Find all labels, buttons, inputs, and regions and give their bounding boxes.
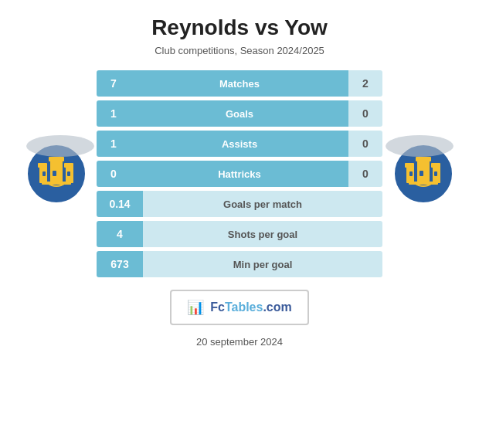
svg-rect-15 bbox=[405, 163, 414, 168]
stat-label-matches: Matches bbox=[131, 70, 348, 97]
stat-left-shots-per-goal: 4 bbox=[97, 221, 143, 247]
stat-right-goals: 0 bbox=[348, 100, 382, 127]
fctables-text: FcTables.com bbox=[210, 300, 292, 314]
svg-rect-5 bbox=[49, 157, 64, 161]
subtitle: Club competitions, Season 2024/2025 bbox=[155, 45, 324, 56]
stats-table: 7 Matches 2 1 Goals 0 1 Assists 0 0 Hatt… bbox=[97, 70, 382, 277]
stat-label-min-per-goal: Min per goal bbox=[143, 251, 382, 277]
svg-rect-8 bbox=[42, 171, 46, 176]
stat-row-matches: 7 Matches 2 bbox=[97, 70, 382, 97]
svg-rect-20 bbox=[434, 171, 437, 176]
stat-row-shots-per-goal: 4 Shots per goal bbox=[97, 221, 382, 247]
stat-left-hattricks: 0 bbox=[97, 161, 131, 187]
svg-rect-9 bbox=[67, 171, 70, 176]
svg-rect-21 bbox=[409, 182, 438, 185]
stat-row-goals-per-match: 0.14 Goals per match bbox=[97, 191, 382, 217]
stat-right-hattricks: 0 bbox=[348, 161, 382, 187]
stat-row-min-per-goal: 673 Min per goal bbox=[97, 251, 382, 277]
svg-rect-10 bbox=[42, 182, 71, 185]
svg-rect-4 bbox=[38, 163, 47, 168]
stat-label-goals-per-match: Goals per match bbox=[143, 191, 382, 217]
fctables-banner[interactable]: 📊 FcTables.com bbox=[170, 290, 309, 325]
stat-label-goals: Goals bbox=[131, 100, 348, 127]
fctables-icon: 📊 bbox=[187, 299, 204, 316]
stat-row-goals: 1 Goals 0 bbox=[97, 100, 382, 127]
svg-rect-6 bbox=[64, 163, 73, 168]
svg-rect-17 bbox=[431, 163, 440, 168]
stat-label-assists: Assists bbox=[131, 131, 348, 157]
stat-row-hattricks: 0 Hattricks 0 bbox=[97, 161, 382, 187]
stat-row-assists: 1 Assists 0 bbox=[97, 131, 382, 157]
svg-rect-18 bbox=[420, 171, 423, 176]
stat-left-min-per-goal: 673 bbox=[97, 251, 143, 277]
stat-label-hattricks: Hattricks bbox=[131, 161, 348, 187]
page-title: Reynolds vs Yow bbox=[151, 15, 328, 40]
stat-right-assists: 0 bbox=[348, 131, 382, 157]
svg-rect-7 bbox=[53, 171, 56, 176]
stat-left-matches: 7 bbox=[97, 70, 131, 97]
stat-label-shots-per-goal: Shots per goal bbox=[143, 221, 382, 247]
stat-left-assists: 1 bbox=[97, 131, 131, 157]
stat-left-goals: 1 bbox=[97, 100, 131, 127]
svg-rect-19 bbox=[409, 171, 413, 176]
stat-left-goals-per-match: 0.14 bbox=[97, 191, 143, 217]
stat-right-matches: 2 bbox=[348, 70, 382, 97]
date-footer: 20 september 2024 bbox=[196, 336, 283, 348]
svg-rect-16 bbox=[416, 157, 431, 161]
